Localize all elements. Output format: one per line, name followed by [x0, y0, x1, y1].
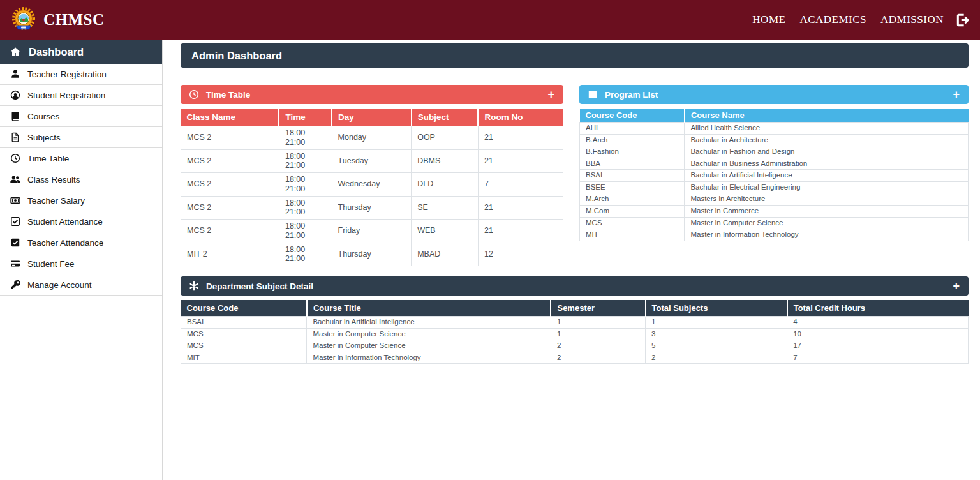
cell: 2	[646, 352, 787, 364]
top-header: CHMSC HOMEACADEMICSADMISSION	[0, 0, 980, 40]
sidebar-item-student-registration[interactable]: Student Registration	[0, 85, 162, 106]
credit-card-icon	[10, 259, 20, 269]
cell: 1	[551, 317, 645, 329]
cell: 7	[787, 352, 969, 364]
cell: 21	[478, 149, 563, 173]
cell: 3	[646, 328, 787, 340]
table-row: BSEEBachular in Electrical Engineering	[580, 181, 969, 193]
cell: Master in Computer Science	[307, 340, 551, 352]
list-icon	[587, 89, 598, 100]
cell: Bachular in Fashion and Design	[685, 146, 969, 158]
sidebar-item-student-attendance[interactable]: Student Attendance	[0, 211, 162, 232]
cell: MIT	[580, 229, 685, 241]
column-header: Time	[279, 109, 332, 126]
program-list-table: Course CodeCourse NameAHLAllied Health S…	[579, 109, 969, 241]
table-row: MCSMaster in Computer Science1310	[181, 328, 969, 340]
sidebar-item-label: Teacher Registration	[27, 70, 107, 79]
sidebar-item-courses[interactable]: Courses	[0, 106, 162, 127]
cell: M.Arch	[580, 193, 685, 206]
table-row: MITMaster in Information Technology	[580, 229, 969, 241]
cell: MCS 2	[181, 126, 279, 150]
cell: SE	[412, 196, 479, 220]
department-subject-detail-card: Department Subject Detail + Course CodeC…	[181, 276, 969, 364]
cell: 18:00 21:00	[279, 149, 332, 173]
time-table-card: Time Table + Class NameTimeDaySubjectRoo…	[181, 85, 563, 266]
cell: 1	[646, 317, 787, 329]
table-row: BBABachular in Business Administration	[580, 158, 969, 170]
sidebar-item-subjects[interactable]: Subjects	[0, 127, 162, 148]
cell: 2	[551, 340, 645, 352]
money-bill-icon	[10, 195, 20, 206]
sidebar-item-label: Teacher Attendance	[27, 238, 103, 248]
table-row: MCS 218:00 21:00ThursdaySE21	[181, 196, 563, 220]
sidebar-item-label: Class Results	[27, 175, 80, 184]
table-row: AHLAllied Health Science	[580, 123, 969, 135]
cell: Bachular in Architecture	[685, 134, 969, 146]
cell: Master in Computer Science	[685, 217, 969, 229]
table-row: MCS 218:00 21:00TuesdayDBMS21	[181, 149, 563, 173]
sidebar-item-class-results[interactable]: Class Results	[0, 169, 162, 190]
cell: Wednesday	[332, 173, 412, 197]
time-table-card-header: Time Table +	[181, 85, 563, 104]
cell: B.Fashion	[580, 146, 685, 158]
chmsc-emblem-logo	[10, 6, 37, 33]
asterisk-icon	[188, 281, 199, 292]
nav-academics[interactable]: ACADEMICS	[799, 13, 866, 26]
check-square-icon	[10, 216, 20, 227]
cell: Allied Health Science	[685, 123, 969, 135]
brand-name: CHMSC	[43, 11, 105, 29]
cell: BSAI	[580, 170, 685, 182]
cell: 18:00 21:00	[279, 243, 332, 266]
add-time-table-button[interactable]: +	[546, 89, 556, 100]
cell: MBAD	[412, 243, 479, 266]
sidebar-item-teacher-attendance[interactable]: Teacher Attendance	[0, 232, 162, 253]
cell: 10	[787, 328, 969, 340]
user-icon	[10, 69, 20, 80]
check-square-solid-icon	[10, 237, 20, 248]
cell: AHL	[580, 123, 685, 135]
sidebar-item-label: Student Registration	[27, 91, 105, 100]
cell: BSEE	[580, 181, 685, 193]
users-icon	[10, 174, 20, 185]
nav-home[interactable]: HOME	[752, 13, 785, 26]
table-row: B.FashionBachular in Fashion and Design	[580, 146, 969, 158]
cell: Bachular in Artificial Inteligence	[307, 317, 551, 329]
cell: OOP	[412, 126, 479, 150]
nav-admission[interactable]: ADMISSION	[880, 13, 944, 26]
department-subject-detail-card-title: Department Subject Detail	[206, 281, 313, 291]
table-row: MITMaster in Information Technology227	[181, 352, 969, 364]
table-row: MCS 218:00 21:00MondayOOP21	[181, 126, 563, 150]
sidebar-item-manage-account[interactable]: Manage Account	[0, 274, 162, 296]
main-content: Admin Dashboard Time Table + Class NameT…	[163, 40, 980, 480]
cell: 18:00 21:00	[279, 196, 332, 220]
cell: Thursday	[332, 243, 412, 266]
sidebar-item-teacher-salary[interactable]: Teacher Salary	[0, 190, 162, 211]
cell: DBMS	[412, 149, 479, 173]
page-title-bar: Admin Dashboard	[181, 43, 969, 68]
cell: 5	[646, 340, 787, 352]
add-department-subject-button[interactable]: +	[951, 280, 961, 292]
table-row: MCS 218:00 21:00FridayWEB21	[181, 220, 563, 243]
sidebar-header-dashboard[interactable]: Dashboard	[0, 40, 162, 64]
sign-out-icon[interactable]	[955, 13, 970, 27]
add-program-button[interactable]: +	[951, 89, 961, 100]
sidebar: Dashboard Teacher RegistrationStudent Re…	[0, 40, 163, 480]
table-row: MIT 218:00 21:00ThursdayMBAD12	[181, 243, 563, 266]
cell: 4	[787, 317, 969, 329]
cell: Master in Information Technology	[685, 229, 969, 241]
column-header: Total Subjects	[646, 300, 787, 317]
program-list-card: Program List + Course CodeCourse NameAHL…	[579, 85, 969, 241]
cell: Bachular in Electrical Engineering	[685, 181, 969, 193]
cell: BBA	[580, 158, 685, 170]
cell: 17	[787, 340, 969, 352]
cell: 18:00 21:00	[279, 126, 332, 150]
sidebar-item-label: Subjects	[27, 133, 61, 142]
clock-icon	[10, 153, 20, 164]
cell: Thursday	[332, 196, 412, 220]
sidebar-item-teacher-registration[interactable]: Teacher Registration	[0, 64, 162, 85]
sidebar-item-student-fee[interactable]: Student Fee	[0, 253, 162, 274]
sidebar-item-time-table[interactable]: Time Table	[0, 148, 162, 169]
table-row: M.ComMaster in Commerce	[580, 205, 969, 217]
program-list-card-title: Program List	[605, 90, 658, 100]
page-title: Admin Dashboard	[191, 50, 282, 62]
